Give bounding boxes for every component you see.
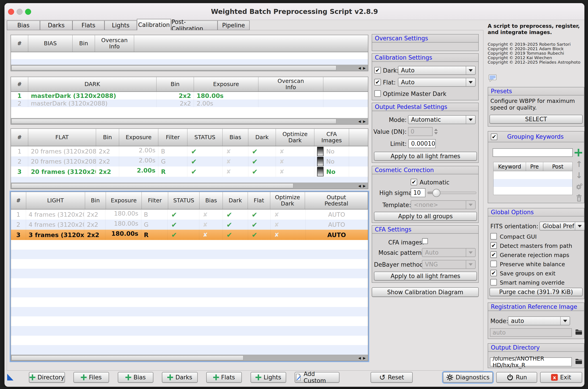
column-header[interactable]: Optimize Dark: [276, 129, 314, 146]
table-row[interactable]: 2 20 frames (3120x2088) 2x2 2.00s G ✔ ✘ …: [11, 156, 368, 166]
diagnostics-button[interactable]: Diagnostics: [443, 372, 493, 383]
column-header[interactable]: Keyword: [494, 162, 526, 171]
output-directory-header[interactable]: Output Directory: [488, 344, 584, 352]
column-header[interactable]: Bin: [85, 192, 106, 210]
add-custom-button[interactable]: Add Custom: [295, 372, 339, 383]
calibration-settings-header[interactable]: Calibration Settings: [372, 54, 478, 62]
registration-mode-dropdown[interactable]: auto: [508, 316, 570, 325]
column-header[interactable]: Exposure: [119, 129, 158, 146]
flat-checkbox[interactable]: ✔: [374, 79, 381, 85]
high-sigma-input[interactable]: 10: [411, 188, 425, 197]
column-header[interactable]: Bin: [96, 129, 119, 146]
pedestal-mode-dropdown[interactable]: Automatic: [408, 115, 476, 124]
keyword-input[interactable]: [493, 148, 573, 157]
column-header[interactable]: STATUS: [168, 192, 200, 210]
compact-gui-checkbox[interactable]: [490, 233, 497, 240]
tab-darks[interactable]: Darks: [40, 20, 72, 30]
column-header[interactable]: DARK: [28, 77, 156, 92]
global-options-header[interactable]: Global Options: [488, 208, 584, 217]
column-header[interactable]: #: [11, 192, 26, 210]
browse-output-folder-icon[interactable]: [575, 358, 583, 365]
tab-post-calibration[interactable]: Post-Calibration: [171, 20, 217, 30]
scrollbar-thumb[interactable]: [11, 356, 243, 360]
flat-hscrollbar[interactable]: ◂▸: [11, 183, 368, 189]
scroll-right-icon[interactable]: ▸: [363, 183, 366, 189]
run-button[interactable]: Run: [496, 372, 537, 383]
rejection-maps-checkbox[interactable]: ✔: [490, 251, 497, 258]
template-dropdown[interactable]: <none>: [411, 200, 476, 209]
column-header[interactable]: Overscan Info: [258, 77, 323, 92]
tab-flats[interactable]: Flats: [72, 20, 104, 30]
add-bias-button[interactable]: Bias: [118, 372, 153, 383]
table-row-selected[interactable]: 3 3 frames (3120x2088) 2x2 180.00s R ✔ ✘…: [11, 230, 368, 240]
column-header[interactable]: #: [11, 35, 28, 52]
bias-hscrollbar[interactable]: ◂▸: [11, 65, 368, 71]
keyword-settings-gear-icon[interactable]: [575, 183, 583, 191]
scrollbar-thumb[interactable]: [11, 119, 336, 124]
apply-all-groups-button[interactable]: Apply to all groups: [374, 212, 477, 221]
column-header[interactable]: BIAS: [28, 35, 73, 52]
column-header[interactable]: Pre: [526, 162, 543, 171]
add-flats-button[interactable]: Flats: [206, 372, 242, 383]
column-header[interactable]: Overscan Info: [95, 35, 134, 52]
purge-cache-button[interactable]: Purge cache (391.79 KiB): [490, 288, 583, 296]
column-header[interactable]: Filter: [158, 129, 187, 146]
table-row[interactable]: 1 4 frames (3120x2088) 2x2 180.00s B ✔ ✘…: [11, 210, 368, 220]
scroll-right-icon[interactable]: ▸: [363, 65, 366, 71]
output-pedestal-header[interactable]: Output Pedestal Settings: [372, 103, 478, 111]
scroll-left-icon[interactable]: ◂: [358, 183, 361, 189]
table-row[interactable]: 1 20 frames (3120x2088) 2x2 2.00s B ✔ ✘ …: [11, 146, 368, 156]
spinner-stepper[interactable]: [433, 127, 439, 136]
tab-bias[interactable]: Bias: [7, 20, 40, 30]
column-header[interactable]: #: [11, 77, 28, 92]
column-header[interactable]: Dark: [248, 129, 276, 146]
scroll-right-icon[interactable]: ▸: [363, 118, 366, 124]
resize-grip-icon[interactable]: [7, 374, 13, 381]
column-header[interactable]: Output Pedestal: [305, 192, 368, 210]
reset-button[interactable]: ↺Reset: [371, 372, 413, 383]
detect-masters-checkbox[interactable]: ✔: [490, 242, 497, 249]
add-files-button[interactable]: Files: [73, 372, 109, 383]
column-header[interactable]: Flat: [248, 192, 270, 210]
add-lights-button[interactable]: Lights: [251, 372, 286, 383]
dark-checkbox[interactable]: ✔: [374, 67, 381, 73]
grouping-keywords-header[interactable]: ✔ Grouping Keywords: [488, 131, 584, 142]
column-header[interactable]: Bin: [73, 35, 95, 52]
pedestal-limit-input[interactable]: 0.00010: [409, 139, 436, 148]
column-header[interactable]: Optimize Dark: [270, 192, 305, 210]
presets-header[interactable]: Presets: [488, 87, 584, 96]
table-row[interactable]: 2 4 frames (3120x2088) 2x2 180.00s G ✔ ✘…: [11, 220, 368, 230]
light-hscrollbar[interactable]: ◂▸: [11, 355, 368, 361]
exit-button[interactable]: xExit: [540, 372, 582, 383]
cfa-settings-header[interactable]: CFA Settings: [372, 226, 478, 234]
grouping-keywords-checkbox[interactable]: ✔: [491, 133, 497, 140]
column-header[interactable]: #: [11, 129, 28, 146]
cfa-apply-all-light-frames-button[interactable]: Apply to all light frames: [374, 272, 477, 281]
scroll-right-icon[interactable]: ▸: [363, 355, 366, 361]
scroll-left-icon[interactable]: ◂: [358, 355, 361, 361]
pedestal-value-input[interactable]: 0: [408, 127, 433, 136]
table-row[interactable]: 1 masterDark (3120x2088) 2x2 180.00s: [11, 92, 368, 99]
output-directory-input[interactable]: /olumes/ANOTHER HD/hx/hx_R: [490, 357, 572, 366]
apply-all-light-frames-button[interactable]: Apply to all light frames: [374, 152, 477, 161]
column-header[interactable]: FLAT: [28, 129, 96, 146]
add-darks-button[interactable]: Darks: [162, 372, 198, 383]
mosaic-pattern-dropdown[interactable]: Auto: [422, 248, 476, 257]
column-header[interactable]: STATUS: [187, 129, 223, 146]
column-header[interactable]: Dark: [223, 192, 248, 210]
cosmetic-correction-header[interactable]: Cosmetic Correction: [372, 166, 478, 174]
tab-calibration[interactable]: Calibration: [137, 19, 171, 30]
dark-hscrollbar[interactable]: ◂▸: [11, 118, 368, 124]
preserve-white-balance-checkbox[interactable]: [490, 260, 497, 267]
smart-naming-checkbox[interactable]: [490, 279, 497, 286]
tab-lights[interactable]: Lights: [104, 20, 137, 30]
column-header[interactable]: LIGHT: [26, 192, 85, 210]
delete-keyword-trash-icon[interactable]: [575, 194, 583, 202]
flat-dropdown[interactable]: Auto: [398, 78, 476, 87]
column-header[interactable]: Filter: [142, 192, 168, 210]
slider-knob[interactable]: [432, 189, 441, 197]
column-header[interactable]: CFA Images: [314, 129, 349, 146]
move-down-icon[interactable]: ↓: [576, 171, 582, 179]
column-header[interactable]: Post: [543, 162, 572, 171]
cosmetic-automatic-checkbox[interactable]: ✔: [411, 179, 417, 185]
